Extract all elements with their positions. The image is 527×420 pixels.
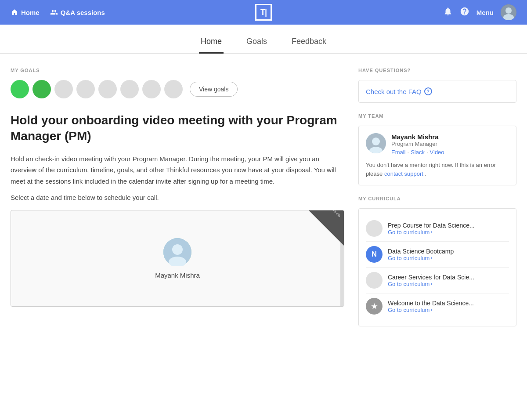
goal-dot-8 bbox=[164, 80, 183, 98]
questions-box: Check out the FAQ ? bbox=[358, 80, 516, 103]
chevron-icon-3: › bbox=[430, 281, 432, 287]
goal-dot-7 bbox=[142, 80, 161, 98]
qa-icon bbox=[50, 8, 58, 16]
topnav-logo: T| bbox=[255, 4, 272, 21]
topnav: Home Q&A sessions T| Menu bbox=[0, 0, 527, 25]
svg-point-7 bbox=[372, 138, 380, 145]
team-label: MY TEAM bbox=[358, 113, 516, 119]
curriculum-name-2: Data Science Bootcamp bbox=[388, 248, 509, 255]
home-icon bbox=[11, 8, 18, 16]
calendly-avatar bbox=[163, 238, 191, 266]
goal-dot-4 bbox=[76, 80, 95, 98]
curriculum-link-2[interactable]: Go to curriculum › bbox=[388, 255, 509, 261]
page-body: MY GOALS View goals Hold your onboarding… bbox=[0, 54, 527, 337]
curriculum-item-1: Prep Course for Data Science... Go to cu… bbox=[366, 216, 509, 242]
chevron-icon-1: › bbox=[430, 229, 432, 235]
goal-dot-6 bbox=[120, 80, 139, 98]
curriculum-link-1[interactable]: Go to curriculum › bbox=[388, 229, 509, 235]
tab-goals[interactable]: Goals bbox=[245, 32, 269, 54]
calendly-name: Mayank Mishra bbox=[155, 272, 200, 279]
nav-home[interactable]: Home bbox=[11, 8, 40, 16]
member-name: Mayank Mishra bbox=[391, 133, 444, 141]
svg-point-4 bbox=[172, 244, 183, 255]
task-title: Hold your onboarding video meeting with … bbox=[11, 112, 344, 145]
curriculum-info-2: Data Science Bootcamp Go to curriculum › bbox=[388, 248, 509, 261]
bell-icon[interactable] bbox=[443, 7, 453, 18]
main-col: MY GOALS View goals Hold your onboarding… bbox=[11, 68, 344, 337]
curriculum-info-4: Welcome to the Data Science... Go to cur… bbox=[388, 300, 509, 313]
member-role: Program Manager bbox=[391, 141, 444, 147]
curriculum-item-2: N Data Science Bootcamp Go to curriculum… bbox=[366, 242, 509, 268]
member-info: Mayank Mishra Program Manager Email · Sl… bbox=[391, 133, 444, 156]
calendly-badge-container: powered by Calendly bbox=[309, 210, 344, 246]
curriculum-icon-4: ★ bbox=[366, 298, 383, 315]
user-avatar[interactable] bbox=[501, 4, 516, 20]
questions-section: HAVE QUESTIONS? Check out the FAQ ? bbox=[358, 68, 516, 103]
nav-home-label: Home bbox=[21, 9, 40, 16]
tabs-bar: Home Goals Feedback bbox=[0, 32, 527, 54]
curriculum-item-4: ★ Welcome to the Data Science... Go to c… bbox=[366, 293, 509, 319]
curriculum-link-3[interactable]: Go to curriculum › bbox=[388, 281, 509, 287]
curricula-label: MY CURRICULA bbox=[358, 196, 516, 201]
member-links: Email · Slack · Video bbox=[391, 149, 444, 156]
curriculum-info-3: Career Services for Data Scie... Go to c… bbox=[388, 274, 509, 287]
tab-home[interactable]: Home bbox=[199, 32, 224, 54]
help-icon[interactable] bbox=[460, 7, 469, 18]
my-goals-section: MY GOALS View goals bbox=[11, 68, 344, 98]
curriculum-name-4: Welcome to the Data Science... bbox=[388, 300, 509, 307]
questions-label: HAVE QUESTIONS? bbox=[358, 68, 516, 73]
goal-dot-2 bbox=[32, 80, 51, 98]
contact-support-link[interactable]: contact support bbox=[384, 170, 423, 177]
curriculum-item-3: Career Services for Data Scie... Go to c… bbox=[366, 268, 509, 293]
tab-feedback[interactable]: Feedback bbox=[290, 32, 328, 54]
slack-link[interactable]: Slack bbox=[411, 149, 425, 156]
task-desc: Hold an check-in video meeting with your… bbox=[11, 153, 344, 187]
curriculum-name-3: Career Services for Data Scie... bbox=[388, 274, 509, 281]
curriculum-icon-1 bbox=[366, 220, 383, 237]
goal-dot-1 bbox=[11, 80, 29, 98]
no-mentor-text: You don't have a mentor right now. If th… bbox=[366, 161, 509, 178]
task-card: Hold your onboarding video meeting with … bbox=[11, 112, 344, 307]
curriculum-link-4[interactable]: Go to curriculum › bbox=[388, 307, 509, 313]
faq-link-text: Check out the FAQ bbox=[366, 88, 422, 95]
svg-point-1 bbox=[505, 7, 512, 14]
goals-dots: View goals bbox=[11, 80, 344, 98]
chevron-icon-2: › bbox=[430, 255, 432, 261]
curriculum-icon-3 bbox=[366, 272, 383, 289]
curriculum-name-1: Prep Course for Data Science... bbox=[388, 222, 509, 229]
view-goals-button[interactable]: View goals bbox=[190, 82, 238, 97]
curricula-section: MY CURRICULA Prep Course for Data Scienc… bbox=[358, 196, 516, 326]
calendly-inner: Mayank Mishra bbox=[11, 210, 344, 306]
curriculum-info-1: Prep Course for Data Science... Go to cu… bbox=[388, 222, 509, 235]
nav-qa[interactable]: Q&A sessions bbox=[50, 8, 105, 16]
goal-dot-5 bbox=[98, 80, 117, 98]
faq-link[interactable]: Check out the FAQ ? bbox=[366, 87, 509, 95]
video-link[interactable]: Video bbox=[430, 149, 444, 156]
calendly-embed[interactable]: Mayank Mishra powered by Calendly bbox=[11, 210, 344, 307]
goal-dot-3 bbox=[54, 80, 73, 98]
member-avatar bbox=[366, 133, 386, 153]
email-link[interactable]: Email bbox=[391, 149, 406, 156]
logo-box: T| bbox=[255, 4, 272, 21]
faq-icon: ? bbox=[424, 87, 432, 95]
team-box: Mayank Mishra Program Manager Email · Sl… bbox=[358, 126, 516, 185]
team-member: Mayank Mishra Program Manager Email · Sl… bbox=[366, 133, 509, 156]
chevron-icon-4: › bbox=[430, 307, 432, 313]
my-goals-label: MY GOALS bbox=[11, 68, 344, 73]
curricula-box: Prep Course for Data Science... Go to cu… bbox=[358, 208, 516, 326]
team-section: MY TEAM Mayank Mishra Program Manager bbox=[358, 113, 516, 185]
side-col: HAVE QUESTIONS? Check out the FAQ ? MY T… bbox=[358, 68, 516, 337]
task-schedule-label: Select a date and time below to schedule… bbox=[11, 194, 344, 201]
menu-label[interactable]: Menu bbox=[476, 9, 494, 16]
curriculum-icon-2: N bbox=[366, 246, 383, 263]
nav-qa-label: Q&A sessions bbox=[61, 9, 105, 16]
